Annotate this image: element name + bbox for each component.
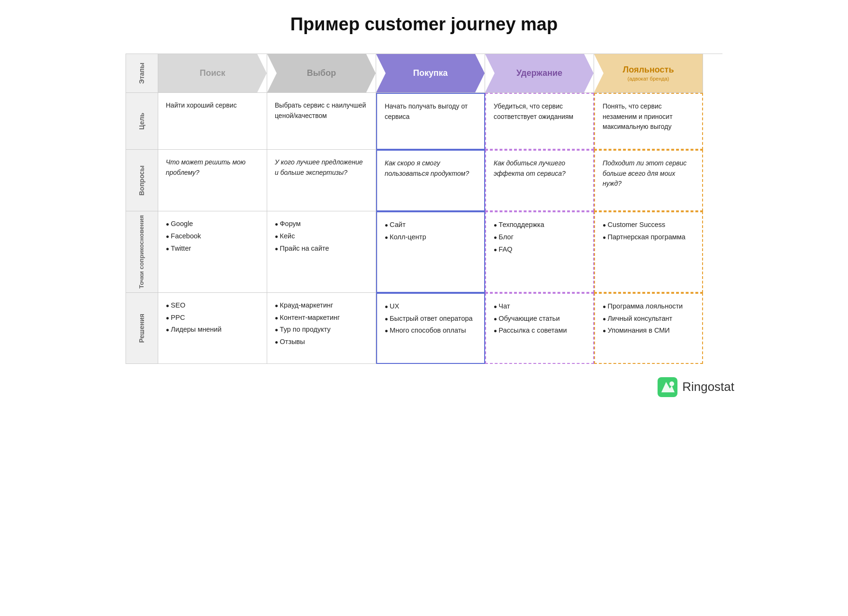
tochki-vybor: Форум Кейс Прайс на сайте <box>267 211 376 293</box>
stage-loyalnost: Лояльность (адвокат бренда) <box>594 54 703 93</box>
stage-poisk: Поиск <box>158 54 267 93</box>
stage-pokupka: Покупка <box>376 54 485 93</box>
resheniya-loyalnost: Программа лояльности Личный консультант … <box>594 293 703 364</box>
voprosy-poisk: Что может решить мою проблему? <box>158 150 267 211</box>
voprosy-pokupka: Как скоро я смогу пользоваться продуктом… <box>376 150 485 211</box>
logo: Ringostat <box>658 377 734 397</box>
tsel-pokupka: Начать получать выгоду от сервиса <box>376 93 485 150</box>
stages-row-label: Этапы <box>126 54 158 93</box>
tsel-loyalnost: Понять, что сервис незаменим и приносит … <box>594 93 703 150</box>
ringostat-logo-icon <box>658 377 677 397</box>
resheniya-row-label: Решения <box>126 293 158 364</box>
tochki-uderzhanie: Техподдержка Блог FAQ <box>485 211 594 293</box>
stage-uderzhanie: Удержание <box>485 54 594 93</box>
tochki-pokupka: Сайт Колл-центр <box>376 211 485 293</box>
resheniya-pokupka: UX Быстрый ответ оператора Много способо… <box>376 293 485 364</box>
svg-point-1 <box>669 381 674 386</box>
tsel-vybor: Выбрать сервис с наилучшей ценой/качеств… <box>267 93 376 150</box>
resheniya-uderzhanie: Чат Обучающие статьи Рассылка с советами <box>485 293 594 364</box>
tochki-row-label: Точки сопри­ко­сно­вения <box>126 211 158 293</box>
journey-map: Этапы Поиск Выбор Покупка Удержание Лоял… <box>126 54 722 364</box>
tsel-row-label: Цель <box>126 93 158 150</box>
resheniya-poisk: SEO PPC Лидеры мнений <box>158 293 267 364</box>
voprosy-row-label: Вопросы <box>126 150 158 211</box>
tsel-poisk: Найти хороший сервис <box>158 93 267 150</box>
resheniya-vybor: Крауд-маркетинг Контент-маркетинг Тур по… <box>267 293 376 364</box>
voprosy-vybor: У кого лучшее предложение и больше экспе… <box>267 150 376 211</box>
tochki-loyalnost: Customer Success Партнерская программа <box>594 211 703 293</box>
page-title: Пример customer journey map <box>290 14 558 35</box>
tochki-poisk: Google Facebook Twitter <box>158 211 267 293</box>
logo-text: Ringostat <box>682 380 734 394</box>
voprosy-loyalnost: Подходит ли этот сервис больше всего для… <box>594 150 703 211</box>
stage-vybor: Выбор <box>267 54 376 93</box>
voprosy-uderzhanie: Как добиться лучшего эффекта от сервиса? <box>485 150 594 211</box>
tsel-uderzhanie: Убедиться, что сервис соответствует ожид… <box>485 93 594 150</box>
